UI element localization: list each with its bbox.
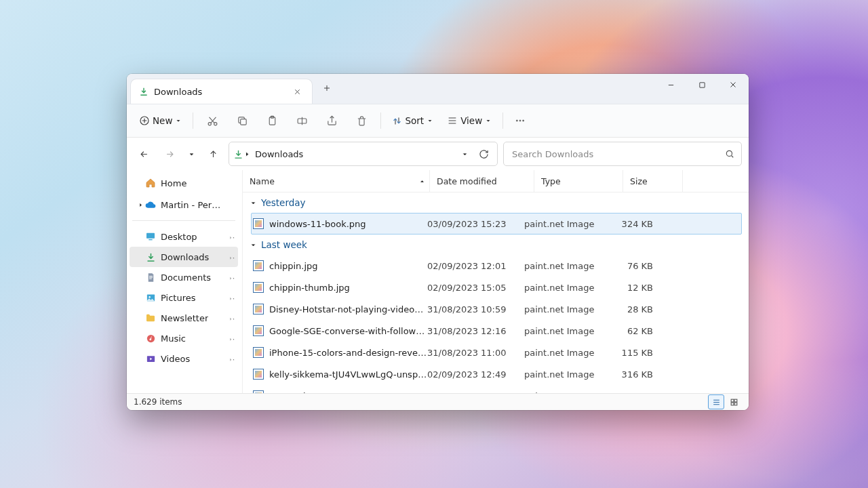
nav-recent-button[interactable] [185,144,197,164]
tab-close-button[interactable] [288,82,307,101]
file-row[interactable]: windows-11-book.png03/09/2023 15:23paint… [251,213,742,235]
file-list-pane: Name Date modified Type Size Yesterdaywi… [243,170,749,393]
sidebar-item-label: Pictures [161,293,195,303]
view-details-button[interactable] [708,394,724,409]
tab-downloads[interactable]: Downloads [131,79,312,104]
group-header[interactable]: Last week [243,235,742,255]
sidebar-item-label: Newsletter [161,313,208,323]
column-size[interactable]: Size [623,170,683,192]
pin-icon[interactable] [228,274,235,281]
sidebar-item-videos[interactable]: Videos [130,348,238,369]
svg-rect-15 [149,277,153,277]
cut-button[interactable] [199,109,226,132]
minimize-button[interactable] [655,74,686,96]
paste-button[interactable] [258,109,285,132]
sidebar-item-desktop[interactable]: Desktop [130,226,238,247]
view-large-icons-button[interactable] [726,394,742,409]
sidebar-item-music[interactable]: Music [130,328,238,348]
svg-rect-24 [734,403,737,405]
file-type: paint.net Image [524,369,606,380]
search-box[interactable] [503,142,742,166]
column-type[interactable]: Type [534,170,623,192]
search-icon[interactable] [725,149,734,159]
pictures-icon [144,291,157,304]
videos-icon [144,352,157,365]
nav-back-button[interactable] [134,144,154,164]
file-row[interactable]: chippin-thumb.jpg02/09/2023 15:05paint.n… [251,277,742,298]
file-size: 76 KB [606,261,653,271]
copy-button[interactable] [229,109,256,132]
svg-rect-22 [734,399,737,402]
file-name: chippin.jpg [269,261,427,271]
address-bar: Downloads [127,138,749,170]
svg-point-3 [214,122,217,125]
sidebar-onedrive[interactable]: Martin - Personal [130,195,238,215]
svg-rect-13 [149,239,152,240]
refresh-button[interactable] [474,149,493,159]
svg-point-2 [208,122,211,125]
file-name: chippin-thumb.jpg [269,283,427,293]
nav-forward-button[interactable] [159,144,180,164]
sidebar-item-label: Music [161,333,186,344]
delete-button[interactable] [348,109,375,132]
file-row[interactable]: kelly-sikkema-tJU4VLwwLgQ-unsplash.jpg02… [251,363,742,385]
rename-button[interactable] [288,109,315,132]
sidebar-item-newsletter[interactable]: Newsletter [130,308,238,328]
share-button[interactable] [318,109,345,132]
breadcrumb-dropdown[interactable] [455,150,474,158]
toolbar: New Sort View [127,104,749,138]
downloads-icon [139,87,149,96]
file-date: 02/09/2023 15:05 [427,283,524,293]
file-row[interactable]: screenshot.png02/09/2023 12:04paint.net … [251,385,742,393]
cloud-icon [144,199,157,211]
file-list[interactable]: Yesterdaywindows-11-book.png03/09/2023 1… [243,192,749,393]
sidebar-item-downloads[interactable]: Downloads [130,247,238,267]
image-file-icon [253,390,264,393]
pin-icon[interactable] [228,314,235,322]
nav-up-button[interactable] [203,144,223,164]
sidebar-item-documents[interactable]: Documents [130,267,238,287]
view-button[interactable]: View [441,109,497,132]
close-window-button[interactable] [717,74,749,96]
file-type: paint.net Image [524,283,606,293]
status-bar: 1.629 items [127,393,749,410]
pin-icon[interactable] [228,335,235,342]
status-item-count: 1.629 items [134,397,182,407]
svg-point-11 [726,150,732,156]
pin-icon[interactable] [228,355,235,363]
sort-button[interactable]: Sort [387,109,439,132]
more-button[interactable] [509,109,532,132]
column-name[interactable]: Name [243,170,430,192]
breadcrumb-current[interactable]: Downloads [251,149,307,159]
file-row[interactable]: chippin.jpg02/09/2023 12:01paint.net Ima… [251,255,742,277]
music-icon [144,332,157,344]
file-name: kelly-sikkema-tJU4VLwwLgQ-unsplash.jpg [269,369,427,380]
sidebar-item-pictures[interactable]: Pictures [130,287,238,308]
file-row[interactable]: Google-SGE-converse-with-follow-up-q...3… [251,320,742,342]
sidebar-separator [132,220,235,221]
sidebar-item-label: Downloads [161,252,209,262]
chevron-down-icon [250,199,257,207]
chevron-down-icon [250,241,257,249]
pin-icon[interactable] [228,294,235,302]
sidebar-home[interactable]: Home [130,173,238,193]
image-file-icon [253,304,264,314]
downloads-icon [233,149,243,159]
file-row[interactable]: Disney-Hotstar-not-playing-videos.jpg31/… [251,298,742,320]
new-tab-button[interactable] [317,79,336,98]
search-input[interactable] [511,148,725,160]
maximize-button[interactable] [686,74,717,96]
pin-icon[interactable] [228,253,235,261]
svg-point-18 [149,296,151,298]
toolbar-separator [193,113,193,129]
new-button[interactable]: New [134,109,187,132]
group-header[interactable]: Yesterday [243,192,742,213]
svg-rect-14 [149,276,153,277]
group-label: Last week [261,239,307,250]
column-date[interactable]: Date modified [430,170,534,192]
breadcrumb-bar[interactable]: Downloads [229,142,498,166]
chevron-right-icon[interactable] [136,202,144,208]
pin-icon[interactable] [228,233,235,241]
file-row[interactable]: iPhone-15-colors-and-design-revealed-v..… [251,342,742,363]
svg-rect-4 [241,119,247,125]
